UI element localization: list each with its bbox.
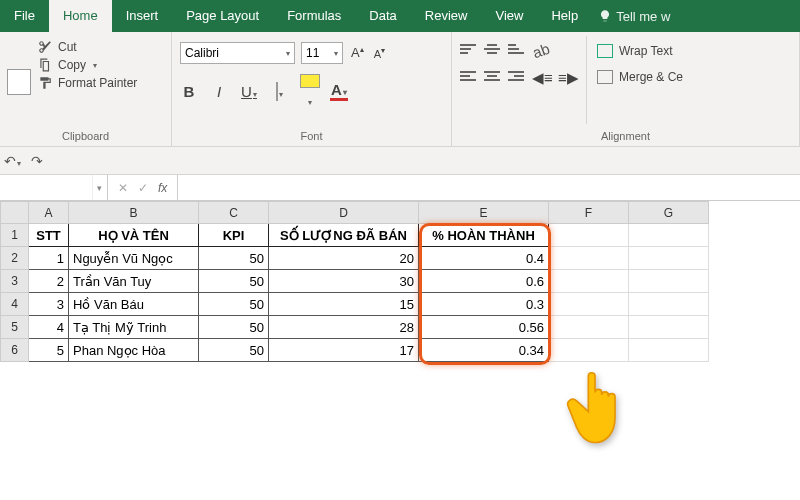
- cell[interactable]: 0.4: [419, 247, 549, 270]
- column-header[interactable]: C: [199, 202, 269, 224]
- cell[interactable]: 50: [199, 316, 269, 339]
- copy-button[interactable]: Copy ▾: [38, 58, 137, 72]
- bold-button[interactable]: B: [180, 83, 198, 100]
- cell[interactable]: 5: [29, 339, 69, 362]
- column-header[interactable]: A: [29, 202, 69, 224]
- font-size-select[interactable]: 11 ▾: [301, 42, 343, 64]
- fx-button[interactable]: fx: [158, 181, 167, 195]
- font-name-select[interactable]: Calibri ▾: [180, 42, 295, 64]
- cell[interactable]: 17: [269, 339, 419, 362]
- cell[interactable]: 50: [199, 270, 269, 293]
- tab-data[interactable]: Data: [355, 0, 410, 32]
- cell[interactable]: KPI: [199, 224, 269, 247]
- column-header[interactable]: F: [549, 202, 629, 224]
- cell[interactable]: Trần Văn Tuy: [69, 270, 199, 293]
- cut-button[interactable]: Cut: [38, 40, 137, 54]
- cell[interactable]: 0.56: [419, 316, 549, 339]
- decrease-font-button[interactable]: A▾: [372, 46, 387, 60]
- tab-page-layout[interactable]: Page Layout: [172, 0, 273, 32]
- orientation-button[interactable]: ab: [530, 39, 553, 61]
- align-center-button[interactable]: [484, 71, 500, 85]
- enter-formula-button[interactable]: ✓: [138, 181, 148, 195]
- select-all-corner[interactable]: [1, 202, 29, 224]
- cell[interactable]: 28: [269, 316, 419, 339]
- tab-file[interactable]: File: [0, 0, 49, 32]
- align-left-button[interactable]: [460, 71, 476, 85]
- spreadsheet-grid[interactable]: ABCDEFG1STTHỌ VÀ TÊNKPISỐ LƯỢNG ĐÃ BÁN% …: [0, 201, 800, 362]
- cell[interactable]: 50: [199, 247, 269, 270]
- cell[interactable]: 50: [199, 293, 269, 316]
- cell[interactable]: [629, 270, 709, 293]
- name-box[interactable]: ▾: [0, 175, 108, 200]
- cell[interactable]: 1: [29, 247, 69, 270]
- increase-font-button[interactable]: A▴: [349, 45, 366, 60]
- cancel-formula-button[interactable]: ✕: [118, 181, 128, 195]
- row-header[interactable]: 1: [1, 224, 29, 247]
- cell[interactable]: 0.3: [419, 293, 549, 316]
- cell[interactable]: [549, 224, 629, 247]
- row-header[interactable]: 5: [1, 316, 29, 339]
- undo-button[interactable]: ↶▾: [4, 153, 21, 169]
- cell[interactable]: 50: [199, 339, 269, 362]
- tab-review[interactable]: Review: [411, 0, 482, 32]
- cell[interactable]: [629, 224, 709, 247]
- cell[interactable]: Phan Ngọc Hòa: [69, 339, 199, 362]
- align-top-button[interactable]: [460, 44, 476, 58]
- cell[interactable]: [549, 293, 629, 316]
- cell[interactable]: [549, 270, 629, 293]
- decrease-indent-button[interactable]: ◀≡: [532, 69, 550, 87]
- column-header[interactable]: E: [419, 202, 549, 224]
- font-color-button[interactable]: A▾: [330, 81, 348, 101]
- border-button[interactable]: ▾: [270, 83, 288, 100]
- cell[interactable]: 20: [269, 247, 419, 270]
- align-bottom-button[interactable]: [508, 44, 524, 58]
- cell[interactable]: 0.6: [419, 270, 549, 293]
- increase-indent-button[interactable]: ≡▶: [558, 69, 576, 87]
- cell[interactable]: SỐ LƯỢNG ĐÃ BÁN: [269, 224, 419, 247]
- cell[interactable]: % HOÀN THÀNH: [419, 224, 549, 247]
- row-header[interactable]: 2: [1, 247, 29, 270]
- cell[interactable]: Nguyễn Vũ Ngọc: [69, 247, 199, 270]
- tab-view[interactable]: View: [481, 0, 537, 32]
- cell[interactable]: [629, 316, 709, 339]
- cell[interactable]: 3: [29, 293, 69, 316]
- tab-home[interactable]: Home: [49, 0, 112, 32]
- row-header[interactable]: 6: [1, 339, 29, 362]
- italic-button[interactable]: I: [210, 83, 228, 100]
- underline-button[interactable]: U▾: [240, 83, 258, 100]
- name-box-input[interactable]: [0, 175, 92, 200]
- cell[interactable]: STT: [29, 224, 69, 247]
- tab-insert[interactable]: Insert: [112, 0, 173, 32]
- column-header[interactable]: D: [269, 202, 419, 224]
- cell[interactable]: 30: [269, 270, 419, 293]
- cell[interactable]: [629, 339, 709, 362]
- cell[interactable]: HỌ VÀ TÊN: [69, 224, 199, 247]
- cell[interactable]: [549, 247, 629, 270]
- cell[interactable]: 2: [29, 270, 69, 293]
- format-painter-button[interactable]: Format Painter: [38, 76, 137, 90]
- cell[interactable]: 15: [269, 293, 419, 316]
- column-header[interactable]: G: [629, 202, 709, 224]
- fill-color-button[interactable]: ▾: [300, 74, 318, 108]
- cell[interactable]: [629, 247, 709, 270]
- cell[interactable]: [629, 293, 709, 316]
- name-box-dropdown[interactable]: ▾: [92, 175, 107, 200]
- column-header[interactable]: B: [69, 202, 199, 224]
- tell-me-search[interactable]: Tell me w: [598, 0, 670, 32]
- formula-input[interactable]: [178, 175, 800, 200]
- row-header[interactable]: 4: [1, 293, 29, 316]
- cell[interactable]: 4: [29, 316, 69, 339]
- redo-button[interactable]: ↷: [31, 153, 43, 169]
- cell[interactable]: [549, 316, 629, 339]
- cell[interactable]: Tạ Thị Mỹ Trinh: [69, 316, 199, 339]
- row-header[interactable]: 3: [1, 270, 29, 293]
- cell[interactable]: [549, 339, 629, 362]
- wrap-text-button[interactable]: Wrap Text: [597, 44, 683, 58]
- tab-formulas[interactable]: Formulas: [273, 0, 355, 32]
- align-middle-button[interactable]: [484, 44, 500, 58]
- align-right-button[interactable]: [508, 71, 524, 85]
- cell[interactable]: 0.34: [419, 339, 549, 362]
- cell[interactable]: Hồ Văn Báu: [69, 293, 199, 316]
- merge-center-button[interactable]: Merge & Ce: [597, 70, 683, 84]
- paste-button[interactable]: [8, 36, 30, 124]
